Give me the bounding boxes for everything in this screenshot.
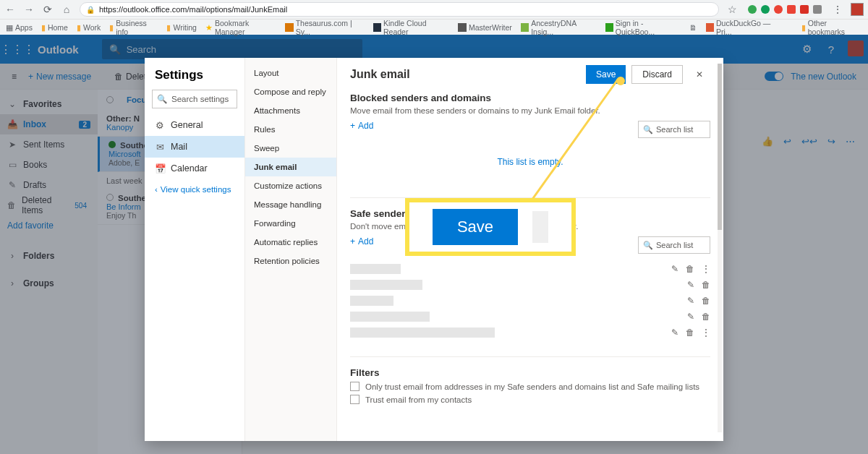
add-safe-button[interactable]: +Add: [350, 236, 373, 247]
filter-only-trust-checkbox[interactable]: Only trust email from addresses in my Sa…: [350, 382, 710, 391]
settings-forwarding[interactable]: Forwarding: [245, 214, 336, 233]
forward-icon[interactable]: →: [23, 4, 35, 15]
edit-icon[interactable]: ✎: [687, 280, 694, 290]
ext-icon[interactable]: [761, 5, 770, 14]
page-icon: 🗎: [689, 23, 697, 32]
delete-icon[interactable]: 🗑: [702, 280, 710, 290]
settings-sweep[interactable]: Sweep: [245, 139, 336, 158]
settings-layout[interactable]: Layout: [245, 64, 336, 82]
ext-icon[interactable]: [748, 5, 757, 14]
delete-icon[interactable]: 🗑: [702, 296, 710, 306]
callout-dot: [616, 77, 625, 85]
profile-avatar[interactable]: [851, 3, 864, 16]
more-icon[interactable]: ⋮: [702, 327, 710, 338]
close-icon: ✕: [696, 69, 703, 80]
site-icon: [373, 23, 381, 32]
apps-icon: ▦: [6, 23, 13, 32]
add-blocked-button[interactable]: +Add: [350, 121, 373, 131]
safe-senders-list: ✎🗑⋮ ✎🗑 ✎🗑 ✎🗑 ✎🗑⋮: [350, 261, 710, 340]
list-item[interactable]: ✎🗑⋮: [350, 325, 710, 340]
settings-mail[interactable]: ✉Mail: [145, 136, 244, 158]
bookmark[interactable]: ▮Home: [41, 23, 68, 32]
settings-auto-replies[interactable]: Automatic replies: [245, 233, 336, 252]
discard-button[interactable]: Discard: [631, 65, 683, 84]
list-item[interactable]: ✎🗑⋮: [350, 261, 710, 277]
plus-icon: +: [350, 121, 355, 131]
url-bar[interactable]: 🔒 https://outlook.office.com/mail/option…: [80, 2, 719, 17]
bookmark[interactable]: ▦Apps: [6, 23, 33, 32]
calendar-icon: 📅: [155, 163, 165, 174]
blocked-senders-desc: Move email from these senders or domains…: [350, 106, 710, 115]
other-bookmarks[interactable]: ▮Other bookmarks: [801, 19, 862, 36]
star-icon[interactable]: ☆: [726, 4, 738, 15]
reload-icon[interactable]: ⟳: [42, 4, 54, 15]
view-quick-settings-link[interactable]: ‹View quick settings: [145, 179, 244, 200]
checkbox-icon: [350, 382, 359, 391]
blocked-senders-title: Blocked senders and domains: [350, 93, 710, 103]
bookmark[interactable]: ▮Work: [77, 23, 101, 32]
folder-icon: ▮: [77, 23, 81, 32]
ext-icon[interactable]: [800, 5, 809, 14]
settings-retention[interactable]: Retention policies: [245, 252, 336, 270]
callout-discard-fragment: [532, 211, 548, 243]
settings-customize[interactable]: Customize actions: [245, 176, 336, 195]
edit-icon[interactable]: ✎: [671, 264, 678, 274]
edit-icon[interactable]: ✎: [671, 327, 678, 338]
plus-icon: +: [350, 236, 355, 247]
bookmark[interactable]: ▮Writing: [166, 23, 196, 32]
search-safe-input[interactable]: 🔍Search list: [638, 236, 710, 254]
scroll-thumb[interactable]: [718, 64, 722, 230]
scrollbar[interactable]: [718, 64, 722, 432]
bookmark[interactable]: Thesaurus.com | Sy...: [285, 19, 364, 36]
divider: [350, 356, 710, 357]
ext-icon[interactable]: [787, 5, 796, 14]
bookmark[interactable]: ▮Business info: [109, 19, 158, 36]
search-icon: 🔍: [643, 241, 653, 250]
settings-nav-primary: Settings 🔍Search settings ⚙General ✉Mail…: [145, 58, 244, 441]
settings-junk-email[interactable]: Junk email: [245, 158, 336, 176]
settings-calendar[interactable]: 📅Calendar: [145, 158, 244, 179]
folder-icon: ▮: [166, 23, 171, 32]
list-item[interactable]: ✎🗑: [350, 277, 710, 293]
ext-icon[interactable]: [813, 5, 822, 14]
site-icon: [521, 23, 529, 32]
settings-general[interactable]: ⚙General: [145, 114, 244, 136]
close-button[interactable]: ✕: [689, 65, 710, 84]
bookmark[interactable]: Kindle Cloud Reader: [373, 19, 449, 36]
delete-icon[interactable]: 🗑: [686, 264, 694, 274]
lock-icon: 🔒: [86, 6, 95, 14]
bookmark[interactable]: ★Bookmark Manager: [205, 19, 276, 36]
bookmark[interactable]: Sign in - QuickBoo...: [605, 19, 681, 36]
settings-title: Settings: [145, 68, 244, 90]
settings-message-handling[interactable]: Message handling: [245, 195, 336, 214]
edit-icon[interactable]: ✎: [687, 296, 694, 306]
list-item[interactable]: ✎🗑: [350, 293, 710, 309]
chevron-left-icon: ‹: [155, 185, 158, 194]
bookmark[interactable]: MasterWriter: [458, 23, 512, 32]
search-icon: 🔍: [157, 94, 167, 104]
bookmark[interactable]: DuckDuckGo — Pri...: [706, 19, 784, 36]
delete-icon[interactable]: 🗑: [686, 327, 694, 338]
menu-icon[interactable]: ⋮: [832, 4, 843, 15]
search-icon: 🔍: [643, 125, 653, 134]
site-icon: [605, 23, 613, 32]
filter-trust-contacts-checkbox[interactable]: Trust email from my contacts: [350, 395, 710, 404]
bookmark[interactable]: AncestryDNA Insig...: [521, 19, 597, 36]
more-icon[interactable]: ⋮: [702, 264, 710, 274]
settings-attachments[interactable]: Attachments: [245, 101, 336, 120]
settings-search-input[interactable]: 🔍Search settings: [152, 90, 237, 108]
search-blocked-input[interactable]: 🔍Search list: [638, 121, 710, 138]
delete-icon[interactable]: 🗑: [702, 312, 710, 322]
settings-nav-secondary: Layout Compose and reply Attachments Rul…: [244, 58, 337, 441]
settings-compose[interactable]: Compose and reply: [245, 82, 336, 101]
bookmark[interactable]: 🗎: [689, 23, 697, 32]
settings-rules[interactable]: Rules: [245, 120, 336, 139]
home-icon[interactable]: ⌂: [61, 4, 72, 15]
list-item[interactable]: ✎🗑: [350, 309, 710, 325]
ext-icon[interactable]: [774, 5, 783, 14]
junk-email-title: Junk email: [350, 68, 586, 81]
mail-icon: ✉: [155, 142, 165, 153]
back-icon[interactable]: ←: [4, 4, 16, 15]
folder-icon: ▮: [801, 23, 806, 32]
edit-icon[interactable]: ✎: [687, 312, 694, 322]
